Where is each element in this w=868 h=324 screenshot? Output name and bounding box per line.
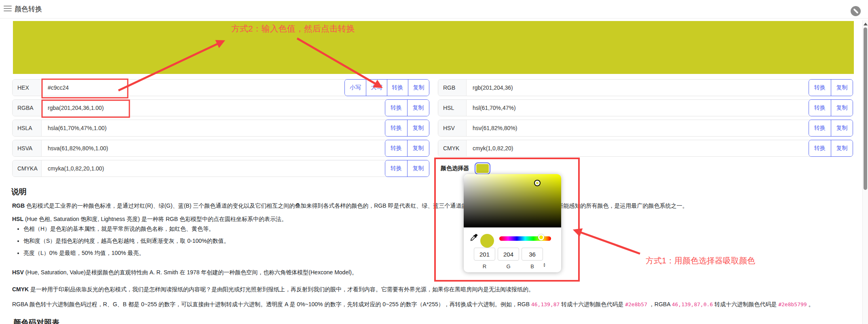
notes-heading: 说明: [11, 187, 27, 197]
hex-code-sample: #2e8b57: [625, 301, 647, 307]
copy-button[interactable]: 复制: [831, 120, 853, 136]
hsv-term: HSV: [12, 269, 24, 276]
rgba-row: RGBA rgba(201,204,36,1.00) 转换 复制: [12, 99, 429, 116]
rgba-paragraph-text: 转成十六进制颜色代码是: [560, 301, 625, 307]
saturation-area[interactable]: [464, 174, 561, 227]
slash-icon: [853, 8, 858, 14]
hsl-value-input[interactable]: hsl(61,70%,47%): [467, 100, 809, 116]
rgba-label: RGBA: [13, 100, 42, 116]
rgba-value-input[interactable]: rgba(201,204,36,1.00): [42, 100, 385, 116]
green-channel-input[interactable]: [498, 248, 519, 261]
rgb-label: RGB: [438, 80, 467, 96]
color-table-heading: 颜色码对照表: [13, 318, 59, 324]
convert-button[interactable]: 转换: [809, 140, 831, 156]
rgb-button-group: 转换 复制: [809, 79, 853, 96]
copy-button[interactable]: 复制: [407, 120, 429, 136]
cmyk-button-group: 转换 复制: [809, 140, 853, 157]
rgb-term: RGB: [12, 202, 25, 209]
hsv-row: HSV hsv(61,82%,80%) 转换 复制: [438, 120, 853, 137]
scrollbar-thumb[interactable]: [864, 27, 867, 190]
rgb-paragraph: RGB 色彩模式是工业界的一种颜色标准，是通过对红(R)、绿(G)、蓝(B) 三…: [12, 202, 850, 210]
red-channel-label: R: [474, 263, 495, 269]
copy-button[interactable]: 复制: [407, 160, 429, 177]
rgba-paragraph-text: 转成十六进制颜色代码是: [713, 301, 778, 307]
disable-toggle-icon[interactable]: [851, 6, 861, 16]
hue-slider-thumb[interactable]: [538, 234, 544, 240]
convert-button[interactable]: 转换: [809, 120, 831, 136]
hsla-button-group: 转换 复制: [385, 120, 429, 137]
hsva-button-group: 转换 复制: [385, 140, 429, 157]
rgb-code-sample: 46,139,87: [531, 301, 560, 307]
blue-channel-input[interactable]: [522, 248, 543, 261]
hexa-code-sample: #2e8b5799: [778, 301, 807, 307]
cmyka-label: CMYKA: [13, 160, 42, 177]
hsl-paragraph-text: (Hue 色相, Saturation 饱和度, Lightness 亮度) 是…: [23, 216, 287, 222]
hsva-value-input[interactable]: hsva(61,82%,80%,1.00): [42, 140, 385, 156]
rgb-row: RGB rgb(201,204,36) 转换 复制: [438, 79, 853, 96]
eyedropper-icon[interactable]: [469, 233, 478, 242]
copy-button[interactable]: 复制: [407, 140, 429, 156]
convert-button[interactable]: 转换: [809, 100, 831, 116]
cmyka-row: CMYKA cmyka(1,0,82,20,1.00) 转换 复制: [12, 160, 429, 177]
copy-button[interactable]: 复制: [408, 80, 429, 96]
hsv-value-input[interactable]: hsv(61,82%,80%): [467, 120, 809, 136]
color-picker-label: 颜色选择器: [441, 165, 469, 172]
copy-button[interactable]: 复制: [407, 100, 429, 116]
convert-button[interactable]: 转换: [385, 120, 407, 136]
cmyka-value-input[interactable]: cmyka(1,0,82,20,1.00): [42, 160, 385, 177]
hex-label: HEX: [13, 80, 42, 96]
vertical-scrollbar[interactable]: [862, 20, 868, 324]
method1-annotation: 方式1：用颜色选择器吸取颜色: [646, 255, 755, 266]
lightness-bullet: 亮度（L）0% 是最暗，50% 均值，100% 最亮。: [23, 250, 229, 257]
hsl-paragraph: HSL (Hue 色相, Saturation 饱和度, Lightness 亮…: [12, 216, 850, 223]
page-title: 颜色转换: [15, 4, 42, 14]
hsl-row: HSL hsl(61,70%,47%) 转换 复制: [438, 99, 853, 116]
format-toggle-icon[interactable]: ▲▼: [543, 263, 546, 268]
rgb-value-input[interactable]: rgb(201,204,36): [467, 80, 809, 96]
rgba-paragraph-text: RGBA 颜色转十六进制颜色码过程，R、G、B 都是 0~255 的数字，可以直…: [12, 301, 531, 307]
lowercase-button[interactable]: 小写: [345, 80, 366, 96]
convert-button[interactable]: 转换: [385, 140, 407, 156]
convert-button[interactable]: 转换: [387, 80, 408, 96]
convert-button[interactable]: 转换: [385, 100, 407, 116]
hsla-row: HSLA hsla(61,70%,47%,1.00) 转换 复制: [12, 120, 429, 137]
color-picker-panel: R G B ▲▼: [464, 174, 561, 272]
hsl-term: HSL: [12, 216, 23, 222]
uppercase-button[interactable]: 大写: [366, 80, 387, 96]
blue-channel-label: B: [522, 263, 543, 269]
hsv-label: HSV: [438, 120, 467, 136]
cmyk-row: CMYK cmyk(1,0,82,20) 转换 复制: [438, 140, 853, 157]
hsva-row: HSVA hsva(61,82%,80%,1.00) 转换 复制: [12, 140, 429, 157]
rgba-paragraph-text: ，RGBA: [647, 301, 672, 307]
color-swatch-button[interactable]: [475, 162, 490, 175]
cmyk-label: CMYK: [438, 140, 467, 156]
cmyk-value-input[interactable]: cmyk(1,0,82,20): [467, 140, 809, 156]
rgba-code-sample: 46,139,87,0.6: [672, 301, 713, 307]
cmyk-paragraph-text: 是一种用于印刷品依靠反光的色彩模式，我们是怎样阅读报纸的内容呢？是由阳光或灯光照…: [29, 286, 534, 292]
rgba-paragraph-text: 。: [807, 301, 814, 307]
hsva-label: HSVA: [13, 140, 42, 156]
green-channel-label: G: [498, 263, 519, 269]
hex-button-group: 小写 大写 转换 复制: [344, 79, 429, 96]
saturation-marker[interactable]: [535, 181, 540, 185]
convert-button[interactable]: 转换: [809, 80, 831, 96]
scroll-up-arrow-icon[interactable]: [864, 23, 868, 25]
saturation-bullet: 饱和度（S）是指色彩的纯度，越高色彩越纯，低则逐渐变灰，取 0-100%的数值。: [23, 238, 229, 244]
hsv-paragraph-text: (Hue, Saturation, Value)是根据颜色的直观特性由 A. R…: [24, 269, 357, 276]
red-channel-input[interactable]: [474, 248, 495, 261]
color-converter-page: 颜色转换 HEX #c9cc24 小写 大写 转换 复制 RGBA rgba(2…: [0, 0, 868, 324]
copy-button[interactable]: 复制: [831, 100, 853, 116]
menu-icon[interactable]: [4, 6, 12, 12]
color-preview-banner: [13, 21, 854, 74]
convert-button[interactable]: 转换: [385, 160, 407, 177]
current-color-circle: [480, 234, 494, 248]
hsl-button-group: 转换 复制: [809, 99, 853, 116]
copy-button[interactable]: 复制: [831, 80, 853, 96]
copy-button[interactable]: 复制: [831, 140, 853, 156]
cmyk-paragraph: CMYK 是一种用于印刷品依靠反光的色彩模式，我们是怎样阅读报纸的内容呢？是由阳…: [12, 286, 850, 293]
rgb-paragraph-text: 色彩模式是工业界的一种颜色标准，是通过对红(R)、绿(G)、蓝(B) 三个颜色通…: [25, 202, 688, 209]
hsl-label: HSL: [438, 100, 467, 116]
hex-value-input[interactable]: #c9cc24: [42, 80, 344, 96]
hsla-value-input[interactable]: hsla(61,70%,47%,1.00): [42, 120, 385, 136]
cmyk-term: CMYK: [12, 286, 29, 292]
